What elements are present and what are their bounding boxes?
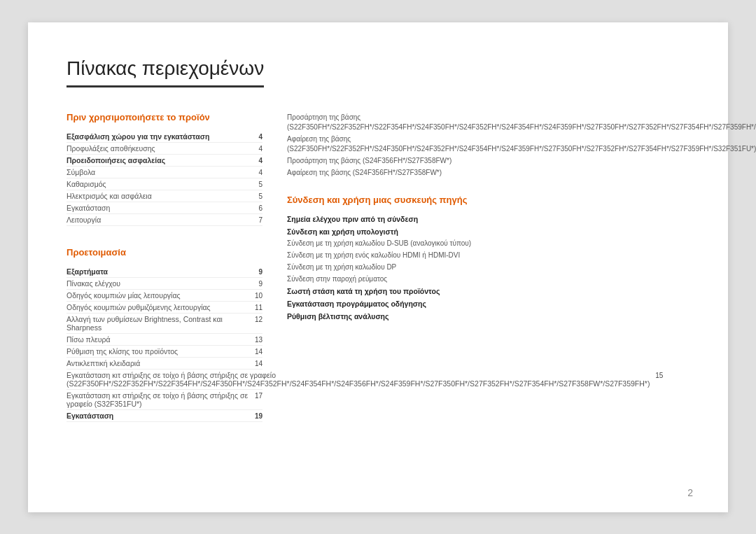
mid-label: Προσάρτηση της βάσης (S24F356FH*/S27F358…: [287, 156, 756, 166]
toc-row-mid: Προσάρτηση της βάσης (S22F350FH*/S22F352…: [287, 112, 756, 134]
toc-label: Σύμβολα: [66, 168, 253, 176]
toc-row: Σύμβολα4: [66, 167, 262, 178]
connection-row: Σύνδεση και χρήση υπολογιστή23: [287, 225, 756, 238]
connection-row: Σημεία ελέγχου πριν από τη σύνδεση23: [287, 213, 756, 225]
toc-row: Εξασφάλιση χώρου για την εγκατάσταση4: [66, 131, 262, 143]
toc-row: Προφυλάξεις αποθήκευσης4: [66, 143, 262, 155]
connection-label: Σύνδεση και χρήση υπολογιστή: [287, 227, 756, 237]
toc-row: Εγκατάσταση κιτ στήριξης σε τοίχο ή βάση…: [66, 390, 262, 410]
connection-row: Σύνδεση στην παροχή ρεύματος25: [287, 274, 756, 286]
toc-num: 13: [253, 336, 262, 344]
toc-num: 19: [253, 412, 262, 420]
toc-label: Αλλαγή των ρυθμίσεων Brightness, Contras…: [66, 315, 253, 332]
connection-row: Εγκατάσταση προγράμματος οδήγησης26: [287, 297, 756, 310]
toc-row: Εγκατάσταση κιτ στήριξης σε τοίχο ή βάση…: [66, 370, 262, 390]
connection-row: Σωστή στάση κατά τη χρήση του προϊόντος2…: [287, 286, 756, 298]
connection-label: Σύνδεση με τη χρήση καλωδίου DP: [287, 262, 756, 272]
toc-section: ΠροετοιμασίαΕξαρτήματα9Πίνακας ελέγχου9Ο…: [66, 247, 262, 422]
toc-num: 7: [253, 216, 262, 224]
toc-row: Λειτουργία7: [66, 214, 262, 226]
connection-section-title: Σύνδεση και χρήση μιας συσκευής πηγής: [287, 195, 756, 206]
installation-section: Προσάρτηση της βάσης (S22F350FH*/S22F352…: [287, 112, 756, 179]
toc-label: Εξασφάλιση χώρου για την εγκατάσταση: [66, 132, 253, 141]
toc-row: Οδηγός κουμπιών μίας λειτουργίας10: [66, 290, 262, 302]
connection-label: Σημεία ελέγχου πριν από τη σύνδεση: [287, 214, 756, 225]
mid-label: Προσάρτηση της βάσης (S22F350FH*/S22F352…: [287, 113, 756, 132]
toc-num: 17: [253, 392, 262, 400]
toc-row: Οδηγός κουμπιών ρυθμιζόμενης λειτουργίας…: [66, 302, 262, 314]
toc-row-mid: Αφαίρεση της βάσης (S22F350FH*/S22F352FH…: [287, 134, 756, 155]
connection-row: Ρύθμιση βέλτιστης ανάλυσης26: [287, 310, 756, 323]
toc-label: Πίνακας ελέγχου: [66, 279, 253, 288]
toc-num: 4: [253, 157, 262, 164]
connection-label: Σύνδεση με τη χρήση ενός καλωδίου HDMI ή…: [287, 251, 756, 260]
toc-label: Προφυλάξεις αποθήκευσης: [66, 144, 253, 153]
toc-num: 11: [253, 304, 262, 311]
toc-row: Προειδοποιήσεις ασφαλείας4: [66, 155, 262, 167]
mid-label: Αφαίρεση της βάσης (S22F350FH*/S22F352FH…: [287, 134, 756, 154]
toc-row: Πίσω πλευρά13: [66, 334, 262, 346]
toc-label: Ηλεκτρισμός και ασφάλεια: [66, 192, 253, 200]
toc-row-mid: Αφαίρεση της βάσης (S24F356FH*/S27F358FW…: [287, 167, 756, 179]
toc-num: 14: [253, 348, 262, 356]
toc-label: Αντικλεπτική κλειδαριά: [66, 359, 253, 367]
toc-row: Ρύθμιση της κλίσης του προϊόντος14: [66, 346, 262, 358]
toc-label: Λειτουργία: [66, 216, 253, 224]
connection-label: Ρύθμιση βέλτιστης ανάλυσης: [287, 311, 756, 322]
toc-num: 5: [253, 181, 262, 188]
toc-label: Εγκατάσταση κιτ στήριξης σε τοίχο ή βάση…: [66, 391, 253, 408]
toc-num: 10: [253, 292, 262, 300]
page: Πίνακας περιεχομένων Πριν χρησιμοποιήσετ…: [28, 22, 728, 512]
toc-row-mid: Προσάρτηση της βάσης (S24F356FH*/S27F358…: [287, 155, 756, 167]
middle-column: Προσάρτηση της βάσης (S22F350FH*/S22F352…: [276, 112, 756, 443]
toc-row: Αντικλεπτική κλειδαριά14: [66, 358, 262, 370]
toc-num: 12: [253, 316, 262, 323]
connection-row: Σύνδεση με τη χρήση καλωδίου D-SUB (αναλ…: [287, 238, 756, 250]
toc-label: Οδηγός κουμπιών ρυθμιζόμενης λειτουργίας: [66, 303, 253, 311]
toc-label: Εγκατάσταση: [66, 412, 253, 420]
toc-label: Προειδοποιήσεις ασφαλείας: [66, 156, 253, 164]
toc-section: Πριν χρησιμοποιήσετε το προϊόνΕξασφάλιση…: [66, 112, 262, 226]
connection-label: Σωστή στάση κατά τη χρήση του προϊόντος: [287, 286, 756, 297]
connection-label: Σύνδεση στην παροχή ρεύματος: [287, 274, 756, 284]
toc-row: Ηλεκτρισμός και ασφάλεια5: [66, 190, 262, 202]
left-column: Πριν χρησιμοποιήσετε το προϊόνΕξασφάλιση…: [66, 112, 262, 443]
toc-row: Αλλαγή των ρυθμίσεων Brightness, Contras…: [66, 314, 262, 334]
page-number: 2: [687, 487, 693, 498]
toc-num: 9: [253, 268, 262, 276]
toc-label: Ρύθμιση της κλίσης του προϊόντος: [66, 347, 253, 356]
content-grid: Πριν χρησιμοποιήσετε το προϊόνΕξασφάλιση…: [66, 112, 690, 443]
mid-label: Αφαίρεση της βάσης (S24F356FH*/S27F358FW…: [287, 168, 756, 178]
toc-num: 4: [253, 133, 262, 141]
toc-row: Εγκατάσταση19: [66, 410, 262, 422]
toc-num: 4: [253, 169, 262, 176]
toc-num: 4: [253, 145, 262, 153]
connection-label: Σύνδεση με τη χρήση καλωδίου D-SUB (αναλ…: [287, 239, 756, 248]
toc-row: Εγκατάσταση6: [66, 202, 262, 214]
connection-label: Εγκατάσταση προγράμματος οδήγησης: [287, 299, 756, 309]
section-title: Προετοιμασία: [66, 247, 262, 258]
connection-row: Σύνδεση με τη χρήση ενός καλωδίου HDMI ή…: [287, 250, 756, 262]
connection-row: Σύνδεση με τη χρήση καλωδίου DP24: [287, 262, 756, 274]
toc-row: Καθαρισμός5: [66, 178, 262, 190]
toc-row: Εξαρτήματα9: [66, 266, 262, 278]
connection-section: Σύνδεση και χρήση μιας συσκευής πηγήςΣημ…: [287, 195, 756, 323]
page-title: Πίνακας περιεχομένων: [66, 57, 264, 87]
toc-num: 6: [253, 204, 262, 212]
toc-num: 9: [253, 280, 262, 288]
toc-num: 14: [253, 360, 262, 367]
toc-label: Εξαρτήματα: [66, 267, 253, 276]
toc-row: Πίνακας ελέγχου9: [66, 278, 262, 290]
section-title: Πριν χρησιμοποιήσετε το προϊόν: [66, 112, 262, 122]
toc-num: 5: [253, 192, 262, 200]
toc-label: Οδηγός κουμπιών μίας λειτουργίας: [66, 291, 253, 300]
toc-label: Εγκατάσταση: [66, 204, 253, 212]
toc-label: Καθαρισμός: [66, 180, 253, 188]
toc-label: Πίσω πλευρά: [66, 335, 253, 344]
